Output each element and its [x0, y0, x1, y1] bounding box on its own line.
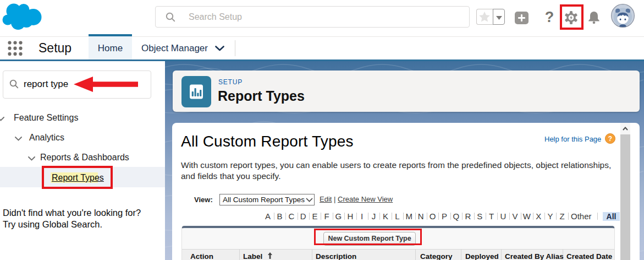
- svg-text:?: ?: [608, 135, 612, 143]
